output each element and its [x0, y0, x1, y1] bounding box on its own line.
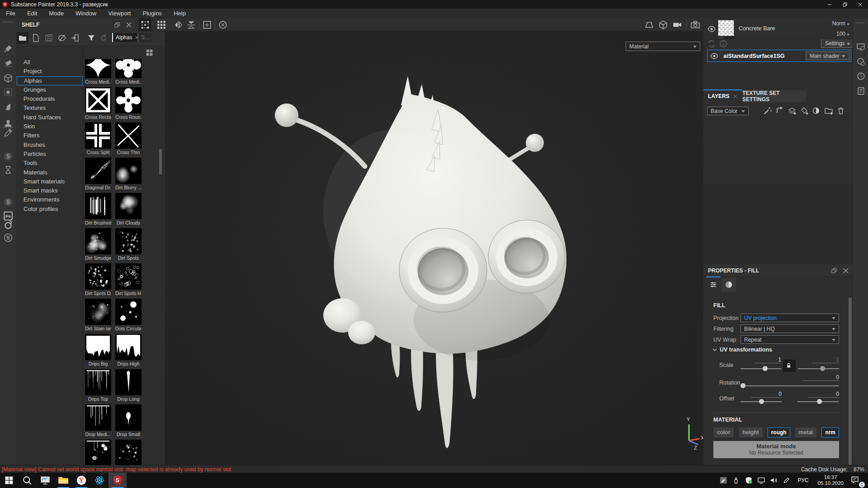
shelf-category[interactable]: Hard Surfaces [17, 113, 83, 122]
menu-item[interactable]: Edit [21, 9, 43, 19]
display-settings-panel-button[interactable] [856, 42, 866, 52]
substance-dim[interactable]: S [3, 197, 13, 207]
material-picker-tool[interactable] [3, 128, 13, 138]
offset-slider-1[interactable] [741, 401, 782, 402]
channel-button[interactable]: nrm [821, 427, 839, 437]
wand-icon[interactable] [763, 106, 772, 115]
texture-set-settings-button[interactable]: Settings [821, 39, 854, 48]
filtering-dropdown[interactable]: Bilinear | HQ [741, 324, 839, 333]
polygon-fill-tool[interactable] [3, 87, 13, 97]
refresh-icon[interactable] [99, 33, 108, 42]
folder-icon[interactable] [18, 33, 27, 42]
shelf-item[interactable]: Dirt Blurry ... [115, 158, 142, 193]
uv-wrap-dropdown[interactable]: Repeat [741, 335, 839, 344]
undock-icon[interactable] [831, 268, 837, 273]
usb-icon[interactable] [732, 476, 740, 484]
layer-opacity[interactable]: 100 [836, 31, 849, 37]
shelf-item[interactable]: Dirt Stain lar... [85, 299, 111, 334]
solo-view-icon[interactable]: 1 [719, 39, 728, 48]
shelf-item[interactable]: Dots Circular [115, 299, 142, 334]
menu-item[interactable]: File [0, 9, 21, 19]
mesh-display-button[interactable] [658, 20, 668, 30]
stamp-icon[interactable] [775, 106, 784, 115]
shelf-close-icon[interactable] [126, 22, 132, 28]
shader-settings-panel-button[interactable] [856, 57, 866, 67]
shelf-scrollbar[interactable] [159, 149, 162, 174]
filter-icon[interactable] [87, 33, 96, 42]
bucket-icon[interactable] [800, 106, 809, 115]
shelf-category[interactable]: Materials [17, 168, 83, 177]
shelf-category[interactable]: Particles [17, 150, 83, 159]
shelf-item[interactable]: Dirt Spots [115, 228, 142, 263]
shelf-category[interactable]: Skin [17, 122, 83, 131]
shelf-category[interactable]: Alphas [17, 76, 83, 85]
log-panel-button[interactable] [856, 86, 866, 96]
rotation-slider[interactable] [741, 385, 839, 386]
tab-material-preview[interactable] [722, 277, 736, 292]
shelf-item[interactable]: Cross Roun... [115, 87, 142, 122]
shelf-item[interactable]: Cross Medi... [85, 59, 111, 87]
layer-thumbnail[interactable] [718, 20, 734, 36]
shelf-item[interactable]: Drop Long [115, 369, 142, 404]
taskbar-taskview-app[interactable] [36, 473, 54, 488]
shelf-category[interactable]: All [17, 58, 83, 67]
viewport-3d[interactable]: Material Y X Z [165, 31, 703, 465]
scale-lock-button[interactable] [783, 360, 796, 372]
shelf-category[interactable]: Procedurals [17, 94, 83, 103]
taskbar-search-button[interactable] [18, 473, 36, 488]
properties-scrollbar[interactable] [849, 298, 852, 465]
shelf-item[interactable]: Diagonal Dr... [85, 158, 111, 193]
notification-center-button[interactable]: 1 [848, 475, 862, 486]
shelf-item[interactable]: Drop Spread [115, 440, 142, 465]
panel-close-icon[interactable] [843, 268, 849, 273]
eye-off-icon[interactable] [57, 33, 66, 42]
taskbar-modeling-app[interactable] [90, 473, 108, 488]
shelf-category[interactable]: Filters [17, 131, 83, 140]
channel-button[interactable]: height [739, 427, 763, 437]
undock-icon[interactable] [114, 22, 120, 28]
tab-properties[interactable] [706, 277, 721, 292]
minimize-button[interactable] [822, 0, 837, 9]
folder-add-icon[interactable] [824, 106, 833, 115]
uv-transform-collapse[interactable] [712, 347, 717, 353]
symmetry-x-button[interactable] [174, 20, 184, 30]
visibility-icon[interactable] [707, 24, 716, 33]
shelf-item[interactable]: Drips Top [85, 369, 111, 404]
layer-blend-mode[interactable]: Norm [832, 20, 849, 27]
shelf-item[interactable]: Cross Recta... [85, 87, 111, 122]
language-indicator[interactable]: РУС [797, 477, 808, 483]
dock-handle[interactable] [856, 22, 865, 23]
shelf-item[interactable]: Drips Big [85, 334, 111, 369]
frame-selection-button[interactable] [202, 20, 212, 30]
geometry-display-button[interactable] [644, 20, 654, 30]
file-new-icon[interactable] [31, 33, 40, 42]
menu-item[interactable]: Viewport [102, 9, 137, 19]
defender-icon[interactable] [745, 476, 753, 484]
dock-handle[interactable] [3, 21, 13, 23]
shelf-item[interactable]: Cross Split [85, 122, 111, 158]
manipulator-tool[interactable] [140, 20, 150, 30]
shelf-category[interactable]: Textures [17, 103, 83, 113]
menu-item[interactable]: Window [70, 9, 102, 19]
channel-selector[interactable]: Base Color [707, 107, 749, 115]
smudge-tool[interactable] [3, 102, 13, 112]
taskbar-yandex-app[interactable]: Y [72, 473, 90, 488]
menu-item[interactable]: Mode [43, 9, 70, 19]
close-button[interactable] [853, 0, 868, 9]
grid-view-icon[interactable] [146, 49, 153, 56]
scale-slider-2[interactable] [798, 368, 839, 369]
paint-tool[interactable] [3, 44, 13, 54]
substance-source[interactable]: S [3, 151, 13, 161]
screenshot-button[interactable] [690, 20, 700, 30]
texture-set-row[interactable]: aiStandardSurface1SG Main shader [707, 50, 851, 62]
offset-value-2[interactable]: 0 [808, 391, 839, 398]
clock[interactable]: 16:37 05.10.2020 [817, 474, 844, 486]
shelf-item[interactable]: Cross Medi... [115, 59, 142, 87]
filter-tag-2[interactable]: S... [137, 33, 152, 42]
tablet-pen-icon[interactable] [719, 476, 727, 484]
eraser-tool[interactable] [3, 58, 13, 68]
viewport-shading-dropdown[interactable]: Material [626, 42, 700, 51]
tiling-mode-button[interactable] [156, 20, 166, 30]
shelf-item[interactable]: Drips High [115, 334, 142, 369]
offset-value-1[interactable]: 0 [751, 391, 782, 398]
